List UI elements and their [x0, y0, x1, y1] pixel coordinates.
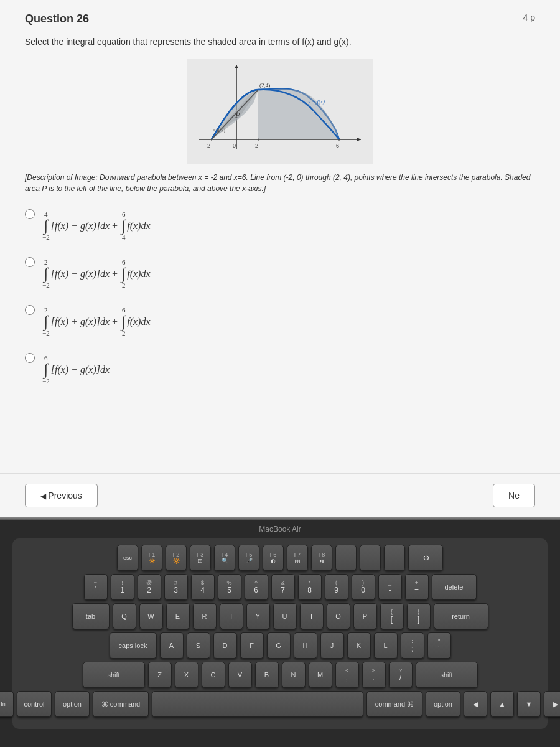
svg-text:y = f(x): y = f(x)	[307, 98, 325, 105]
key-x[interactable]: X	[175, 662, 198, 688]
key-bracket-open[interactable]: {[	[380, 603, 404, 629]
key-s[interactable]: S	[187, 632, 210, 659]
question-header: Question 26 4 p	[25, 12, 535, 26]
key-5[interactable]: %5	[218, 574, 241, 600]
key-delete[interactable]: delete	[432, 574, 477, 600]
fn-row: esc F1🔅 F2🔆 F3⊞ F4🔍 F5🎤 F6◐ F7⏮ F8⏯ ⏻	[20, 545, 540, 571]
key-return[interactable]: return	[434, 603, 488, 629]
radio-option-3[interactable]	[25, 305, 35, 315]
next-button[interactable]: Ne	[493, 484, 535, 507]
key-fn[interactable]: fn	[0, 691, 14, 717]
radio-option-1[interactable]	[25, 209, 35, 219]
image-description: [Description of Image: Downward parabola…	[25, 172, 535, 194]
key-f10[interactable]	[360, 545, 381, 571]
option-item-2: 2 ∫ −2 [f(x) − g(x)]dx + 6 ∫ 2 f(x)dx	[25, 255, 535, 289]
key-o[interactable]: O	[327, 603, 350, 629]
key-cmd-right[interactable]: command ⌘	[366, 691, 422, 717]
question-text: Select the integral equation that repres…	[25, 35, 535, 49]
key-arrow-down[interactable]: ▼	[517, 691, 541, 717]
key-z[interactable]: Z	[148, 662, 172, 688]
key-p[interactable]: P	[353, 603, 377, 629]
key-d[interactable]: D	[213, 632, 237, 659]
quiz-container: Question 26 4 p Select the integral equa…	[0, 0, 560, 473]
key-shift-left[interactable]: shift	[83, 662, 145, 688]
key-f11[interactable]	[384, 545, 405, 571]
qwerty-row: tab Q W E R T Y U I O P {[ }] return	[20, 603, 540, 629]
key-f2[interactable]: F2🔆	[166, 545, 187, 571]
key-f9[interactable]	[335, 545, 357, 571]
key-1[interactable]: !1	[111, 574, 134, 600]
key-n[interactable]: N	[282, 662, 306, 688]
key-v[interactable]: V	[228, 662, 252, 688]
key-f5[interactable]: F5🎤	[238, 545, 259, 571]
radio-option-4[interactable]	[25, 353, 35, 363]
key-esc[interactable]: esc	[117, 545, 138, 571]
key-caps[interactable]: caps lock	[110, 632, 157, 659]
key-t[interactable]: T	[220, 603, 243, 629]
key-6[interactable]: ^6	[245, 574, 268, 600]
key-9[interactable]: (9	[325, 574, 348, 600]
key-3[interactable]: #3	[164, 574, 188, 600]
key-c[interactable]: C	[202, 662, 225, 688]
key-i[interactable]: I	[300, 603, 324, 629]
key-b[interactable]: B	[255, 662, 279, 688]
key-comma[interactable]: <,	[335, 662, 359, 688]
key-u[interactable]: U	[273, 603, 297, 629]
key-e[interactable]: E	[166, 603, 190, 629]
key-ctrl[interactable]: control	[17, 691, 52, 717]
key-minus[interactable]: _-	[378, 574, 402, 600]
key-option-right[interactable]: option	[426, 691, 460, 717]
key-m[interactable]: M	[309, 662, 332, 688]
key-7[interactable]: &7	[271, 574, 295, 600]
key-w[interactable]: W	[139, 603, 163, 629]
key-arrow-right[interactable]: ▶	[544, 691, 560, 717]
key-backtick[interactable]: ~`	[84, 574, 108, 600]
key-0[interactable]: )0	[352, 574, 375, 600]
key-quote[interactable]: "'	[427, 632, 451, 659]
key-y[interactable]: Y	[246, 603, 270, 629]
key-k[interactable]: K	[347, 632, 371, 659]
key-arrow-up[interactable]: ▲	[490, 691, 514, 717]
key-f3[interactable]: F3⊞	[190, 545, 211, 571]
key-l[interactable]: L	[374, 632, 398, 659]
key-option[interactable]: option	[55, 691, 90, 717]
radio-option-2[interactable]	[25, 257, 35, 267]
svg-text:P: P	[235, 110, 240, 120]
key-q[interactable]: Q	[113, 603, 136, 629]
keyboard: esc F1🔅 F2🔆 F3⊞ F4🔍 F5🎤 F6◐ F7⏮ F8⏯ ⏻ ~`…	[12, 538, 548, 729]
key-f7[interactable]: F7⏮	[287, 545, 308, 571]
key-tab[interactable]: tab	[72, 603, 110, 629]
key-r[interactable]: R	[193, 603, 217, 629]
key-arrow-left[interactable]: ◀	[464, 691, 487, 717]
key-f[interactable]: F	[240, 632, 264, 659]
key-semicolon[interactable]: :;	[401, 632, 424, 659]
keyboard-area: MacBook Air esc F1🔅 F2🔆 F3⊞ F4🔍 F5🎤 F6◐ …	[0, 520, 560, 747]
key-h[interactable]: H	[294, 632, 317, 659]
key-2[interactable]: @2	[138, 574, 161, 600]
key-j[interactable]: J	[320, 632, 344, 659]
key-4[interactable]: $4	[191, 574, 215, 600]
key-f4[interactable]: F4🔍	[214, 545, 235, 571]
formula-option-1: 4 ∫ −2 [f(x) − g(x)]dx + 6 ∫ 4 f(x)dx	[41, 207, 151, 241]
key-g[interactable]: G	[267, 632, 291, 659]
key-f6[interactable]: F6◐	[263, 545, 284, 571]
key-space[interactable]	[152, 691, 363, 717]
key-f8[interactable]: F8⏯	[311, 545, 332, 571]
key-power[interactable]: ⏻	[408, 545, 443, 571]
number-row: ~` !1 @2 #3 $4 %5 ^6 &7 *8 (9 )0 _- += d…	[20, 574, 540, 600]
key-period[interactable]: >.	[362, 662, 386, 688]
key-8[interactable]: *8	[298, 574, 322, 600]
key-a[interactable]: A	[160, 632, 184, 659]
key-bracket-close[interactable]: }]	[407, 603, 431, 629]
key-cmd-left[interactable]: ⌘ command	[93, 691, 149, 717]
key-equals[interactable]: +=	[405, 574, 429, 600]
svg-text:= g(x): = g(x)	[213, 128, 225, 133]
key-f1[interactable]: F1🔅	[141, 545, 162, 571]
asdf-row: caps lock A S D F G H J K L :; "'	[20, 632, 540, 659]
svg-text:-2: -2	[205, 143, 210, 149]
formula-option-4: 6 ∫ −2 [f(x) − g(x)]dx	[41, 350, 110, 385]
key-slash[interactable]: ?/	[389, 662, 413, 688]
key-shift-right[interactable]: shift	[416, 662, 478, 688]
previous-button[interactable]: Previous	[25, 484, 98, 507]
navigation-bar: Previous Ne	[0, 473, 560, 517]
